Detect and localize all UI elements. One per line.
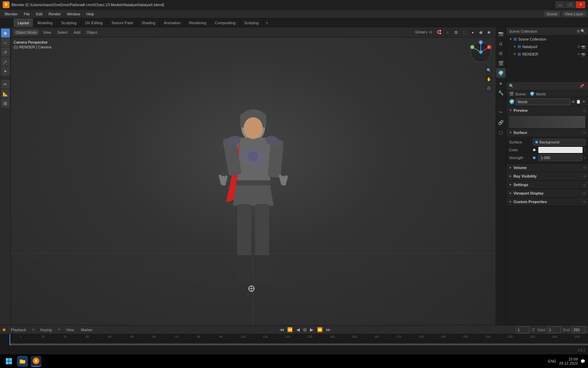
render-render[interactable]: 📷: [581, 52, 585, 56]
viewport[interactable]: Camera Perspective (1) RENDER | Camera: [11, 37, 495, 325]
rendered-btn[interactable]: ◉: [485, 29, 493, 36]
jump-start-btn[interactable]: ⏮: [278, 326, 285, 333]
strength-expand-btn[interactable]: ›: [584, 156, 585, 160]
annotate-tool-btn[interactable]: ✏: [1, 80, 10, 89]
menu-blender[interactable]: Blender: [2, 11, 20, 17]
cursor-tool-btn[interactable]: ⊕: [1, 29, 10, 37]
prev-frame-btn[interactable]: ⏪: [287, 326, 293, 333]
tab-layout[interactable]: Layout: [14, 18, 33, 27]
ray-visibility-menu[interactable]: ≡: [583, 174, 585, 178]
tab-shading[interactable]: Shading: [137, 18, 160, 27]
world-props-btn[interactable]: 🌍: [496, 68, 506, 78]
ray-visibility-header[interactable]: ▼ Ray Visibility ≡: [506, 172, 588, 180]
breadcrumb-scene[interactable]: Scene: [515, 92, 526, 96]
taskbar-clock[interactable]: 15:09 29.12.2022: [559, 357, 578, 365]
material-btn[interactable]: ◕: [477, 29, 485, 36]
end-frame-input[interactable]: [572, 326, 585, 333]
overlay-btn[interactable]: ○: [444, 29, 451, 36]
viewport-object-menu[interactable]: Object: [84, 30, 99, 35]
current-frame-input[interactable]: 1: [516, 326, 529, 333]
solid-btn[interactable]: ●: [469, 29, 476, 36]
outliner-filter-btn[interactable]: ⊞: [577, 29, 580, 33]
close-button[interactable]: ✕: [576, 1, 585, 8]
marker-menu[interactable]: Marker: [80, 327, 94, 333]
tab-rendering[interactable]: Rendering: [185, 18, 211, 27]
render-collection-item[interactable]: ▼ ⊞ RENDER 👁 📷: [506, 50, 588, 58]
tab-texture-paint[interactable]: Texture Paint: [107, 18, 137, 27]
wireframe-btn[interactable]: ⬚: [461, 29, 468, 36]
language-indicator[interactable]: ENG: [548, 359, 556, 363]
object-props-btn[interactable]: ▲: [496, 78, 506, 88]
navigation-gizmo[interactable]: X Y Z: [469, 40, 493, 65]
world-delete-btn[interactable]: ✕: [582, 99, 585, 104]
viewport-view-menu[interactable]: View: [41, 30, 53, 35]
breadcrumb-world[interactable]: World: [536, 92, 546, 96]
viewport-add-menu[interactable]: Add: [72, 30, 83, 35]
view-layer-selector[interactable]: View Layer: [562, 11, 586, 17]
menu-window[interactable]: Window: [64, 11, 83, 17]
object-mode-dropdown[interactable]: Object Mode: [14, 30, 39, 35]
pin-btn[interactable]: 📌: [578, 83, 585, 90]
volume-header[interactable]: ▼ Volume ≡: [506, 164, 588, 172]
nalatya-collection-item[interactable]: ▼ ⊞ NatalyaX 👁 📷: [506, 43, 588, 50]
notification-icon[interactable]: 💬: [581, 359, 585, 364]
blender-taskbar-btn[interactable]: B: [31, 356, 42, 367]
nalatya-render[interactable]: 📷: [581, 45, 585, 49]
jump-end-btn[interactable]: ⏭: [325, 326, 331, 333]
physics-props-btn[interactable]: 〜: [496, 108, 506, 117]
tab-uv-editing[interactable]: UV Editing: [81, 18, 107, 27]
keying-menu[interactable]: Keying: [39, 327, 53, 333]
transform-global-btn[interactable]: Global ▼: [418, 29, 426, 36]
viewport-display-header[interactable]: ▼ Viewport Display ≡: [506, 189, 588, 197]
proportional-edit-btn[interactable]: ⊙: [427, 29, 434, 36]
outliner-search-btn[interactable]: 🔍: [581, 29, 585, 33]
surface-menu[interactable]: ≡: [583, 131, 585, 135]
menu-help[interactable]: Help: [84, 11, 97, 17]
timeline-record-btn[interactable]: [3, 328, 5, 331]
transform-tool-btn[interactable]: ✦: [1, 67, 10, 76]
menu-render[interactable]: Render: [46, 11, 64, 17]
add-workspace-button[interactable]: +: [263, 18, 271, 27]
output-props-btn[interactable]: 🖨: [496, 39, 506, 48]
zoom-in-btn[interactable]: 🔍: [485, 66, 493, 74]
color-swatch[interactable]: [538, 147, 583, 153]
menu-edit[interactable]: Edit: [33, 11, 45, 17]
settings-header[interactable]: ▼ Settings ≡: [506, 181, 588, 189]
world-name-input[interactable]: [516, 98, 570, 105]
file-explorer-btn[interactable]: [17, 356, 28, 367]
pan-btn[interactable]: ✋: [485, 75, 493, 83]
settings-menu[interactable]: ≡: [583, 183, 585, 187]
data-props-btn[interactable]: ▢: [496, 127, 506, 137]
minimize-button[interactable]: —: [555, 1, 565, 8]
scene-selector[interactable]: Scene: [544, 11, 560, 17]
tab-animation[interactable]: Animation: [160, 18, 185, 27]
timeline-scrollbar-thumb[interactable]: [10, 343, 588, 346]
strength-input[interactable]: 1.000: [538, 154, 583, 161]
view-menu[interactable]: View: [65, 327, 76, 333]
rotate-tool-btn[interactable]: ↺: [1, 48, 10, 57]
nalatya-visibility[interactable]: 👁: [577, 45, 581, 49]
world-copy-btn[interactable]: 📋: [576, 99, 581, 104]
timeline-scrollbar[interactable]: [10, 343, 588, 346]
viewport-display-menu[interactable]: ≡: [583, 191, 585, 195]
scale-tool-btn[interactable]: ⤢: [1, 57, 10, 66]
tab-sculpting[interactable]: Sculpting: [57, 18, 81, 27]
surface-header[interactable]: ▼ Surface ≡: [506, 128, 588, 137]
viewport-select-menu[interactable]: Select: [55, 30, 70, 35]
render-props-btn[interactable]: 📷: [496, 29, 506, 38]
play-btn[interactable]: ▶: [308, 326, 315, 333]
add-tool-btn[interactable]: ⊞: [1, 99, 10, 108]
start-frame-input[interactable]: [547, 326, 561, 333]
playback-menu[interactable]: Playback: [10, 327, 28, 333]
properties-search-icon[interactable]: 🔍: [509, 84, 514, 88]
constraints-props-btn[interactable]: 🔗: [496, 118, 506, 127]
preview-header[interactable]: ▼ Preview ≡: [506, 106, 588, 114]
xray-btn[interactable]: ▧: [452, 29, 460, 36]
color-expand-btn[interactable]: ›: [584, 148, 585, 152]
custom-properties-menu[interactable]: ≡: [583, 200, 585, 204]
menu-file[interactable]: File: [21, 11, 33, 17]
snap-btn[interactable]: 🧲: [435, 29, 443, 36]
modifier-props-btn[interactable]: 🔧: [496, 88, 506, 97]
view-layer-props-btn[interactable]: ⊞: [496, 48, 506, 58]
maximize-button[interactable]: □: [566, 1, 575, 8]
